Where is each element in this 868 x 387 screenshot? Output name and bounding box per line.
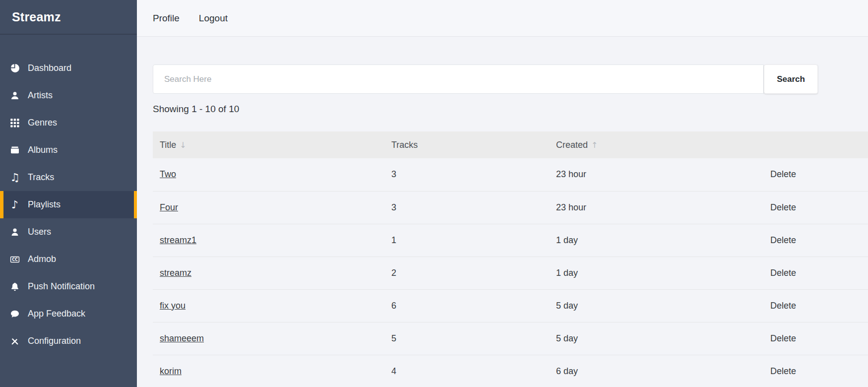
sidebar-item-configuration[interactable]: Configuration bbox=[0, 327, 137, 355]
pie-chart-icon bbox=[8, 63, 21, 74]
playlist-title-link[interactable]: fix you bbox=[160, 301, 186, 311]
delete-link[interactable]: Delete bbox=[770, 235, 796, 245]
sidebar-item-dashboard[interactable]: Dashboard bbox=[0, 55, 137, 82]
bell-icon bbox=[8, 281, 21, 293]
playlist-title-link[interactable]: streamz bbox=[160, 268, 191, 278]
delete-link[interactable]: Delete bbox=[770, 169, 796, 179]
column-header-created[interactable]: Created↑ bbox=[549, 131, 763, 158]
sidebar-item-app-feedback[interactable]: App Feedback bbox=[0, 300, 137, 327]
sidebar-item-tracks[interactable]: ♫ Tracks bbox=[0, 164, 137, 191]
main-content: Search Showing 1 - 10 of 10 Title↓Tracks… bbox=[137, 37, 868, 387]
column-header-tracks[interactable]: Tracks bbox=[384, 131, 549, 158]
column-header-title[interactable]: Title↓ bbox=[153, 131, 384, 158]
tracks-cell: 3 bbox=[384, 158, 549, 191]
created-cell: 1 day bbox=[549, 257, 763, 289]
cc-icon: CC bbox=[8, 254, 21, 265]
sidebar-nav: Dashboard Artists Genres Albums ♫ Tracks… bbox=[0, 55, 137, 355]
tracks-cell: 2 bbox=[384, 257, 549, 289]
sidebar-item-admob[interactable]: CC Admob bbox=[0, 246, 137, 273]
folder-icon bbox=[8, 144, 21, 156]
grid-icon bbox=[8, 117, 21, 129]
music-note-icon: ♪ bbox=[8, 199, 21, 211]
chat-icon bbox=[8, 308, 21, 320]
search-input[interactable] bbox=[153, 64, 764, 94]
playlists-table: Title↓TracksCreated↑ Two 3 23 hour Delet… bbox=[153, 131, 868, 387]
table-row: shameeem 5 5 day Delete bbox=[153, 322, 868, 355]
sidebar-item-genres[interactable]: Genres bbox=[0, 109, 137, 136]
tracks-cell: 5 bbox=[384, 322, 549, 355]
created-cell: 1 day bbox=[549, 224, 763, 257]
topnav: Profile Logout bbox=[137, 0, 868, 37]
playlist-title-link[interactable]: korim bbox=[160, 366, 182, 376]
created-cell: 5 day bbox=[549, 289, 763, 322]
profile-link[interactable]: Profile bbox=[153, 13, 180, 24]
playlist-title-link[interactable]: streamz1 bbox=[160, 235, 196, 245]
sidebar-item-albums[interactable]: Albums bbox=[0, 136, 137, 164]
beamed-note-icon: ♫ bbox=[8, 172, 21, 184]
created-cell: 23 hour bbox=[549, 191, 763, 224]
column-header-actions bbox=[763, 131, 868, 158]
results-summary: Showing 1 - 10 of 10 bbox=[153, 104, 868, 117]
table-row: streamz1 1 1 day Delete bbox=[153, 224, 868, 257]
logout-link[interactable]: Logout bbox=[199, 13, 228, 24]
sidebar-item-push-notification[interactable]: Push Notification bbox=[0, 273, 137, 300]
table-header: Title↓TracksCreated↑ bbox=[153, 131, 868, 158]
table-row: Two 3 23 hour Delete bbox=[153, 158, 868, 191]
table-row: streamz 2 1 day Delete bbox=[153, 257, 868, 289]
sidebar-item-playlists[interactable]: ♪ Playlists bbox=[0, 191, 137, 218]
search-button[interactable]: Search bbox=[764, 64, 818, 94]
created-cell: 6 day bbox=[549, 355, 763, 387]
table-body: Two 3 23 hour Delete Four 3 23 hour Dele… bbox=[153, 158, 868, 387]
brand-logo: Streamz bbox=[0, 0, 137, 35]
delete-link[interactable]: Delete bbox=[770, 202, 796, 212]
playlist-title-link[interactable]: Two bbox=[160, 169, 176, 179]
delete-link[interactable]: Delete bbox=[770, 333, 796, 343]
tools-icon bbox=[8, 335, 21, 347]
svg-text:CC: CC bbox=[12, 258, 18, 262]
sort-asc-icon: ↑ bbox=[591, 140, 598, 150]
tracks-cell: 1 bbox=[384, 224, 549, 257]
created-cell: 5 day bbox=[549, 322, 763, 355]
playlist-title-link[interactable]: Four bbox=[160, 202, 178, 212]
search-bar: Search bbox=[153, 64, 818, 94]
playlist-title-link[interactable]: shameeem bbox=[160, 333, 204, 343]
table-row: Four 3 23 hour Delete bbox=[153, 191, 868, 224]
delete-link[interactable]: Delete bbox=[770, 366, 796, 376]
tracks-cell: 4 bbox=[384, 355, 549, 387]
person-icon bbox=[8, 90, 21, 102]
delete-link[interactable]: Delete bbox=[770, 268, 796, 278]
created-cell: 23 hour bbox=[549, 158, 763, 191]
sidebar-item-users[interactable]: Users bbox=[0, 218, 137, 246]
sidebar: Streamz Dashboard Artists Genres Albums … bbox=[0, 0, 137, 387]
table-row: fix you 6 5 day Delete bbox=[153, 289, 868, 322]
tracks-cell: 3 bbox=[384, 191, 549, 224]
tracks-cell: 6 bbox=[384, 289, 549, 322]
sort-desc-icon: ↓ bbox=[180, 140, 186, 150]
sidebar-item-artists[interactable]: Artists bbox=[0, 82, 137, 109]
table-row: korim 4 6 day Delete bbox=[153, 355, 868, 387]
user-icon bbox=[8, 226, 21, 238]
delete-link[interactable]: Delete bbox=[770, 301, 796, 311]
